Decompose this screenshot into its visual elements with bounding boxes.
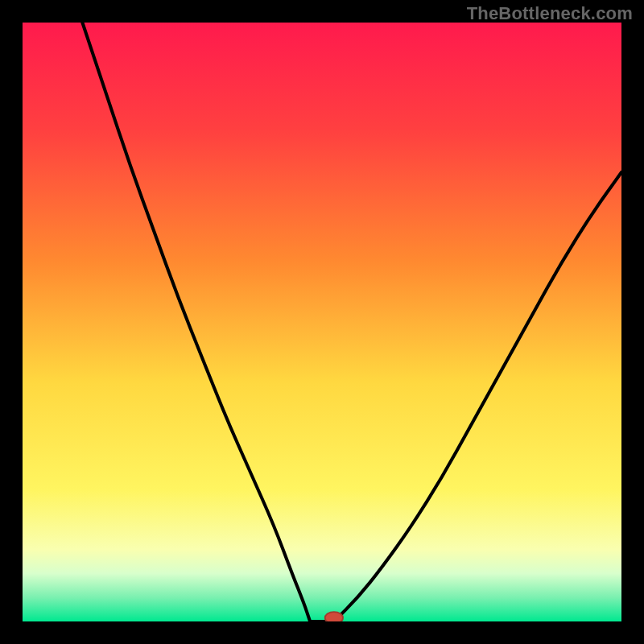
- minimum-marker: [325, 612, 343, 621]
- chart-frame: TheBottleneck.com: [0, 0, 644, 644]
- plot-area: [23, 23, 621, 621]
- chart-svg: [23, 23, 621, 621]
- watermark-label: TheBottleneck.com: [467, 3, 633, 24]
